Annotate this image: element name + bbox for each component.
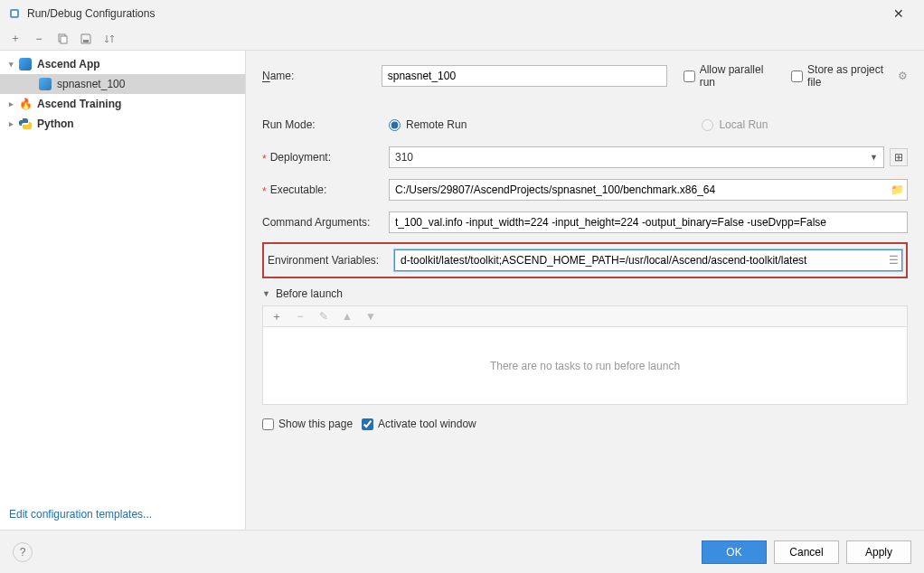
local-run-label: Local Run: [719, 118, 768, 131]
cmdargs-row: Command Arguments:: [262, 211, 908, 233]
app-icon: [7, 6, 22, 21]
remove-task-button[interactable]: −: [292, 308, 308, 324]
allow-parallel-label: Allow parallel run: [700, 63, 775, 89]
deployment-value: 310: [395, 151, 413, 164]
cmdargs-input[interactable]: [389, 211, 908, 233]
name-label: Name:: [262, 70, 382, 82]
config-icon: [38, 77, 52, 91]
titlebar: Run/Debug Configurations ✕: [0, 0, 924, 27]
run-mode-label: Run Mode:: [262, 118, 389, 131]
edit-templates-link[interactable]: Edit configuration templates...: [9, 508, 152, 521]
deployment-label: *Deployment:: [262, 151, 389, 164]
svg-rect-1: [12, 11, 17, 16]
run-debug-config-dialog: Run/Debug Configurations ✕ ＋ − ▾ Ascend …: [0, 0, 924, 573]
bottom-options: Show this page Activate tool window: [262, 418, 908, 430]
edit-task-button[interactable]: ✎: [316, 308, 332, 324]
sort-config-button[interactable]: [101, 31, 118, 47]
gear-icon[interactable]: ⚙: [898, 70, 908, 82]
envvars-label: Environment Variables:: [268, 254, 394, 267]
dialog-footer: ? OK Cancel Apply: [0, 530, 924, 573]
chevron-right-icon: ▸: [5, 119, 16, 128]
move-down-button[interactable]: ▼: [363, 308, 379, 324]
add-deployment-button[interactable]: ⊞: [890, 148, 908, 166]
folder-icon[interactable]: 📁: [891, 183, 904, 196]
tree-label: spnasnet_100: [57, 78, 125, 90]
sidebar-footer: Edit configuration templates...: [0, 503, 245, 530]
remote-run-label: Remote Run: [406, 118, 467, 131]
name-input[interactable]: [382, 65, 667, 87]
move-up-button[interactable]: ▲: [339, 308, 355, 324]
ok-button[interactable]: OK: [702, 540, 767, 564]
before-launch-label: Before launch: [276, 287, 343, 300]
flame-icon: 🔥: [18, 97, 33, 111]
save-config-button[interactable]: [78, 31, 94, 47]
ascend-icon: [18, 57, 33, 71]
tree-item-ascend-app[interactable]: ▾ Ascend App: [0, 54, 245, 74]
name-row: Name: Allow parallel run Store as projec…: [262, 63, 908, 89]
chevron-down-icon: ▾: [5, 60, 16, 69]
run-mode-radio-group: Remote Run Local Run: [389, 118, 768, 131]
chevron-down-icon: ▼: [870, 153, 878, 162]
executable-input[interactable]: [389, 179, 908, 201]
store-project-checkbox[interactable]: Store as project file: [791, 63, 892, 89]
chevron-down-icon: ▼: [262, 289, 270, 298]
deployment-row: *Deployment: 310 ▼ ⊞: [262, 146, 908, 168]
chevron-right-icon: ▸: [5, 99, 16, 108]
apply-button[interactable]: Apply: [846, 540, 911, 564]
add-task-button[interactable]: ＋: [269, 308, 285, 324]
tree-item-python[interactable]: ▸ Python: [0, 114, 245, 134]
remove-config-button[interactable]: −: [31, 31, 47, 47]
header-options: Allow parallel run Store as project file…: [667, 63, 908, 89]
activate-tool-window-checkbox[interactable]: Activate tool window: [362, 418, 476, 430]
tree-item-ascend-training[interactable]: ▸ 🔥 Ascend Training: [0, 94, 245, 114]
tree-item-spnasnet-100[interactable]: spnasnet_100: [0, 74, 245, 94]
before-launch-empty-text: There are no tasks to run before launch: [490, 360, 680, 372]
before-launch-list: There are no tasks to run before launch: [262, 327, 908, 405]
config-tree[interactable]: ▾ Ascend App spnasnet_100 ▸ 🔥 Ascend Tra…: [0, 54, 245, 503]
store-project-label: Store as project file: [807, 63, 892, 89]
envvars-input[interactable]: [394, 249, 902, 271]
cancel-button[interactable]: Cancel: [774, 540, 839, 564]
tree-label: Ascend App: [37, 58, 100, 70]
config-tree-panel: ▾ Ascend App spnasnet_100 ▸ 🔥 Ascend Tra…: [0, 51, 246, 530]
remote-run-radio[interactable]: Remote Run: [389, 118, 467, 131]
allow-parallel-checkbox[interactable]: Allow parallel run: [684, 63, 775, 89]
svg-rect-4: [83, 40, 89, 42]
close-icon[interactable]: ✕: [881, 0, 917, 27]
show-this-page-label: Show this page: [278, 418, 353, 430]
config-form-panel: Name: Allow parallel run Store as projec…: [246, 51, 924, 530]
envvars-highlight: Environment Variables: ☰: [262, 242, 908, 278]
executable-label: *Executable:: [262, 183, 389, 196]
list-icon[interactable]: ☰: [889, 254, 899, 267]
help-button[interactable]: ?: [13, 542, 33, 562]
main-split: ▾ Ascend App spnasnet_100 ▸ 🔥 Ascend Tra…: [0, 51, 924, 530]
before-launch-header[interactable]: ▼ Before launch: [262, 287, 908, 300]
tree-label: Ascend Training: [37, 98, 121, 110]
deployment-select[interactable]: 310 ▼: [389, 146, 884, 168]
activate-tool-window-label: Activate tool window: [378, 418, 476, 430]
tree-label: Python: [37, 117, 74, 130]
window-title: Run/Debug Configurations: [27, 7, 881, 20]
show-this-page-checkbox[interactable]: Show this page: [262, 418, 353, 430]
executable-row: *Executable: 📁: [262, 179, 908, 201]
config-toolbar: ＋ −: [0, 27, 924, 51]
local-run-radio[interactable]: Local Run: [702, 118, 768, 131]
cmdargs-label: Command Arguments:: [262, 216, 389, 229]
run-mode-row: Run Mode: Remote Run Local Run: [262, 114, 908, 136]
envvars-row: Environment Variables: ☰: [268, 249, 902, 271]
before-launch-toolbar: ＋ − ✎ ▲ ▼: [262, 305, 908, 327]
svg-rect-3: [61, 36, 67, 43]
python-icon: [18, 117, 33, 131]
add-config-button[interactable]: ＋: [7, 31, 24, 47]
copy-config-button[interactable]: [54, 31, 71, 47]
